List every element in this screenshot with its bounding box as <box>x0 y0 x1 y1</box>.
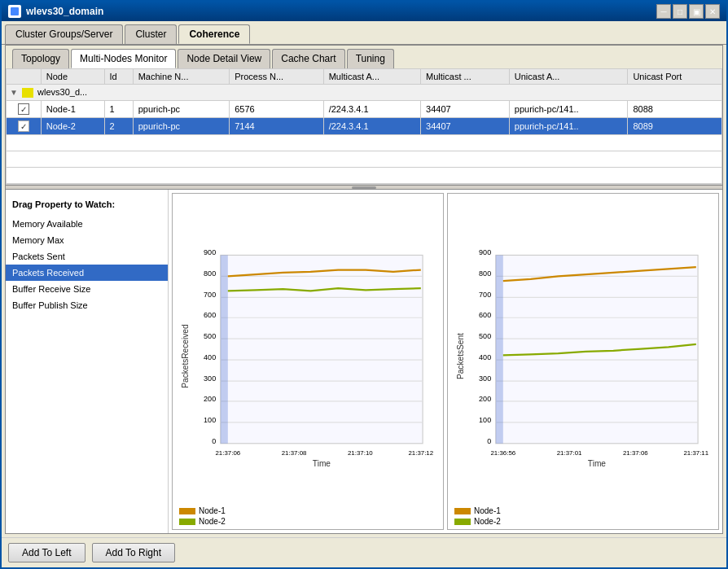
svg-text:21:36:56: 21:36:56 <box>490 450 515 457</box>
node2-machine: ppurich-pc <box>133 118 229 135</box>
property-packets-sent[interactable]: Packets Sent <box>6 248 168 265</box>
legend-node1-color <box>179 508 195 514</box>
node2-unicast-addr: ppurich-pc/141.. <box>509 118 628 135</box>
empty-row <box>7 151 722 168</box>
legend-node1-label: Node-1 <box>199 506 226 515</box>
svg-text:21:37:06: 21:37:06 <box>215 450 240 457</box>
col-machine: Machine N... <box>133 69 229 85</box>
svg-text:200: 200 <box>204 395 216 403</box>
svg-text:400: 400 <box>204 353 216 361</box>
node1-process: 6576 <box>230 101 324 118</box>
table-row[interactable]: Node-2 2 ppurich-pc 7144 /224.3.4.1 3440… <box>7 118 722 135</box>
col-multicast-port: Multicast ... <box>421 69 510 85</box>
col-checkbox <box>7 69 42 85</box>
legend-node2-label: Node-2 <box>199 517 226 526</box>
svg-text:21:37:01: 21:37:01 <box>557 450 582 457</box>
tab-cluster[interactable]: Cluster <box>125 24 177 44</box>
table-row[interactable]: Node-1 1 ppurich-pc 6576 /224.3.4.1 3440… <box>7 101 722 118</box>
maximize-button[interactable]: □ <box>673 4 687 19</box>
col-node: Node <box>41 69 104 85</box>
window-title: wlevs30_domain <box>26 6 651 17</box>
node1-multicast-addr: /224.3.4.1 <box>323 101 420 118</box>
node2-checkbox[interactable] <box>18 120 29 132</box>
add-to-right-button[interactable]: Add To Right <box>92 543 176 562</box>
charts-area: PacketsReceived 0 100 200 300 400 500 60… <box>169 190 722 533</box>
svg-rect-38 <box>496 256 698 444</box>
node2-multicast-port: 34407 <box>421 118 510 135</box>
tab-tuning[interactable]: Tuning <box>347 49 394 68</box>
nodes-table-area: Node Id Machine N... Process N... Multic… <box>6 68 722 185</box>
svg-text:700: 700 <box>479 291 491 299</box>
empty-row <box>7 168 722 184</box>
svg-rect-21 <box>221 256 228 444</box>
col-process: Process N... <box>230 69 324 85</box>
legend2-node2-label: Node-2 <box>474 517 501 526</box>
svg-text:PacketsSent: PacketsSent <box>456 333 465 379</box>
main-tab-bar: Cluster Groups/Server Cluster Coherence <box>2 21 726 45</box>
svg-text:Time: Time <box>313 459 331 468</box>
tab-topology[interactable]: Topology <box>12 49 69 68</box>
svg-text:800: 800 <box>204 270 216 278</box>
chart2-svg: PacketsSent 0 100 200 300 400 500 600 70 <box>454 200 712 503</box>
svg-rect-12 <box>221 256 423 444</box>
svg-text:21:37:12: 21:37:12 <box>408 450 433 457</box>
node1-multicast-port: 34407 <box>421 101 510 118</box>
svg-text:200: 200 <box>479 395 491 403</box>
node1-unicast-port: 8088 <box>628 101 722 118</box>
tab-node-detail[interactable]: Node Detail View <box>178 49 270 68</box>
sub-tab-bar: Topology Multi-Nodes Monitor Node Detail… <box>6 46 722 68</box>
tab-coherence[interactable]: Coherence <box>178 24 250 44</box>
svg-text:600: 600 <box>479 311 491 319</box>
legend2-node1: Node-1 <box>454 506 712 515</box>
minimize-button[interactable]: ─ <box>656 4 671 19</box>
chart2-legend: Node-1 Node-2 <box>448 503 718 529</box>
empty-row <box>7 135 722 151</box>
main-window: wlevs30_domain ─ □ ▣ ✕ Cluster Groups/Se… <box>0 0 728 569</box>
legend-node1: Node-1 <box>179 506 436 515</box>
svg-text:0: 0 <box>212 437 216 445</box>
property-memory-available[interactable]: Memory Available <box>6 216 168 232</box>
property-buffer-receive[interactable]: Buffer Receive Size <box>6 281 168 297</box>
svg-text:21:37:10: 21:37:10 <box>348 450 373 457</box>
svg-text:400: 400 <box>479 353 491 361</box>
tab-cluster-groups[interactable]: Cluster Groups/Server <box>5 24 123 44</box>
node2-unicast-port: 8089 <box>628 118 722 135</box>
svg-text:21:37:06: 21:37:06 <box>623 450 648 457</box>
close-button[interactable]: ✕ <box>705 4 720 19</box>
add-to-left-button[interactable]: Add To Left <box>8 543 86 562</box>
tab-cache-chart[interactable]: Cache Chart <box>272 49 344 68</box>
property-memory-max[interactable]: Memory Max <box>6 232 168 248</box>
node1-name: Node-1 <box>41 101 104 118</box>
property-panel: Drag Property to Watch: Memory Available… <box>6 190 169 533</box>
col-unicast-addr: Unicast A... <box>509 69 628 85</box>
node1-unicast-addr: ppurich-pc/141.. <box>509 101 628 118</box>
chart1-legend: Node-1 Node-2 <box>173 503 443 529</box>
svg-text:21:37:08: 21:37:08 <box>282 450 307 457</box>
nodes-table: Node Id Machine N... Process N... Multic… <box>6 68 722 184</box>
svg-text:500: 500 <box>204 332 216 340</box>
chart-packets-sent: PacketsSent 0 100 200 300 400 500 600 70 <box>447 193 719 530</box>
svg-rect-47 <box>496 256 503 444</box>
node1-id: 1 <box>104 101 133 118</box>
property-buffer-publish[interactable]: Buffer Publish Size <box>6 297 168 313</box>
svg-text:600: 600 <box>204 311 216 319</box>
legend2-node2: Node-2 <box>454 517 712 526</box>
svg-text:900: 900 <box>479 249 491 257</box>
svg-rect-0 <box>11 7 19 15</box>
legend-node2: Node-2 <box>179 517 436 526</box>
window-controls: ─ □ ▣ ✕ <box>656 4 720 19</box>
node1-checkbox[interactable] <box>18 103 29 115</box>
property-packets-received[interactable]: Packets Received <box>6 265 168 281</box>
svg-text:300: 300 <box>479 374 491 383</box>
svg-text:300: 300 <box>204 374 216 383</box>
svg-text:100: 100 <box>204 416 216 424</box>
content-area: Topology Multi-Nodes Monitor Node Detail… <box>5 45 723 534</box>
col-multicast-addr: Multicast A... <box>323 69 420 85</box>
svg-text:PacketsReceived: PacketsReceived <box>181 325 190 388</box>
restore-button[interactable]: ▣ <box>689 4 704 19</box>
legend2-node2-color <box>454 519 471 525</box>
tab-multi-nodes[interactable]: Multi-Nodes Monitor <box>71 49 176 68</box>
title-bar: wlevs30_domain ─ □ ▣ ✕ <box>2 2 726 21</box>
svg-text:500: 500 <box>479 332 491 340</box>
svg-text:700: 700 <box>204 291 216 299</box>
